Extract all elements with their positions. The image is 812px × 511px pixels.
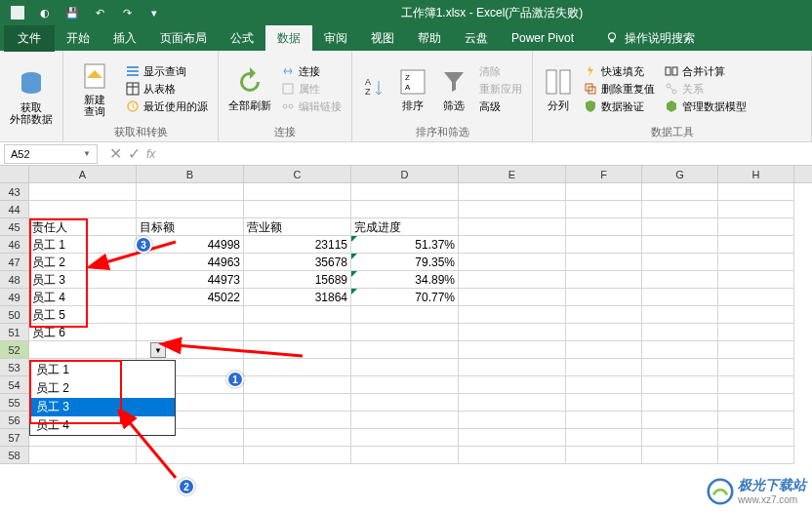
- cell[interactable]: [566, 289, 642, 306]
- cell[interactable]: [351, 376, 459, 394]
- cell[interactable]: [566, 183, 642, 201]
- cell[interactable]: [718, 271, 794, 289]
- cell[interactable]: [137, 201, 244, 218]
- cell[interactable]: 44998: [137, 236, 244, 254]
- redo-icon[interactable]: ↷: [117, 3, 137, 22]
- cell[interactable]: [351, 359, 459, 376]
- row-header[interactable]: 52: [0, 341, 29, 359]
- cell[interactable]: [29, 341, 137, 359]
- cell[interactable]: [642, 394, 718, 412]
- connections-button[interactable]: 连接: [279, 63, 344, 80]
- excel-icon[interactable]: [8, 3, 27, 22]
- data-validation-button[interactable]: 数据验证: [582, 98, 657, 115]
- cell[interactable]: [718, 218, 794, 236]
- row-header[interactable]: 48: [0, 271, 29, 289]
- cell[interactable]: [642, 447, 718, 464]
- cell[interactable]: [642, 183, 718, 201]
- cell[interactable]: [566, 412, 642, 429]
- cell[interactable]: 员工 4: [29, 289, 137, 306]
- qat-more-icon[interactable]: ▾: [144, 3, 164, 22]
- cell[interactable]: [718, 236, 794, 254]
- cell[interactable]: [244, 359, 351, 376]
- cell[interactable]: [718, 359, 794, 376]
- row-header[interactable]: 51: [0, 324, 29, 341]
- tab-insert[interactable]: 插入: [102, 25, 148, 52]
- row-header[interactable]: 58: [0, 447, 29, 464]
- cell[interactable]: [137, 306, 244, 324]
- cell[interactable]: [351, 201, 459, 218]
- clear-filter-button[interactable]: 清除: [477, 63, 524, 80]
- tab-layout[interactable]: 页面布局: [148, 25, 219, 52]
- relationships-button[interactable]: 关系: [663, 81, 749, 98]
- cell[interactable]: 34.89%: [351, 271, 459, 289]
- cell[interactable]: [459, 376, 566, 394]
- cell[interactable]: [642, 254, 718, 271]
- cell[interactable]: [244, 201, 351, 218]
- tab-powerpivot[interactable]: Power Pivot: [500, 26, 586, 50]
- col-header-D[interactable]: D: [351, 166, 459, 182]
- cell[interactable]: [718, 254, 794, 271]
- cell[interactable]: [642, 236, 718, 254]
- get-external-data-button[interactable]: 获取 外部数据: [8, 55, 55, 138]
- cell[interactable]: [29, 201, 137, 218]
- cell[interactable]: 员工 6: [29, 324, 137, 341]
- cell[interactable]: [566, 341, 642, 359]
- cell[interactable]: [244, 412, 351, 429]
- cell[interactable]: [642, 324, 718, 341]
- cell[interactable]: [642, 341, 718, 359]
- cell[interactable]: [459, 324, 566, 341]
- cell[interactable]: [29, 183, 137, 201]
- text-to-columns-button[interactable]: 分列: [541, 55, 576, 123]
- cell[interactable]: [642, 271, 718, 289]
- tell-me-search[interactable]: 操作说明搜索: [605, 30, 695, 47]
- col-header-B[interactable]: B: [137, 166, 244, 182]
- row-header[interactable]: 43: [0, 183, 29, 201]
- cell[interactable]: [566, 376, 642, 394]
- cancel-icon[interactable]: ✕: [109, 144, 122, 163]
- sort-az-button[interactable]: AZ: [360, 55, 389, 123]
- cell[interactable]: [351, 324, 459, 341]
- recent-sources-button[interactable]: 最近使用的源: [124, 98, 210, 115]
- tab-formulas[interactable]: 公式: [219, 25, 265, 52]
- row-header[interactable]: 50: [0, 306, 29, 324]
- cell[interactable]: [642, 376, 718, 394]
- cell[interactable]: 营业额: [244, 218, 351, 236]
- show-queries-button[interactable]: 显示查询: [124, 63, 210, 80]
- cell[interactable]: [351, 412, 459, 429]
- row-header[interactable]: 47: [0, 254, 29, 271]
- cell[interactable]: [244, 341, 351, 359]
- sort-button[interactable]: ZA排序: [395, 55, 430, 123]
- cell[interactable]: [566, 429, 642, 447]
- edit-links-button[interactable]: 编辑链接: [279, 98, 344, 115]
- cell[interactable]: [459, 271, 566, 289]
- cell[interactable]: 员工 1: [29, 236, 137, 254]
- cell[interactable]: [718, 412, 794, 429]
- cell[interactable]: 目标额: [137, 218, 244, 236]
- dropdown-item-1[interactable]: 员工 2: [30, 379, 175, 398]
- cell[interactable]: [642, 306, 718, 324]
- cell[interactable]: [718, 447, 794, 464]
- cell[interactable]: [566, 394, 642, 412]
- chevron-down-icon[interactable]: ▼: [83, 149, 91, 158]
- row-header[interactable]: 56: [0, 412, 29, 429]
- row-header[interactable]: 55: [0, 394, 29, 412]
- cell[interactable]: [566, 254, 642, 271]
- cell[interactable]: [566, 236, 642, 254]
- cell[interactable]: [137, 447, 244, 464]
- cell[interactable]: [718, 183, 794, 201]
- row-header[interactable]: 57: [0, 429, 29, 447]
- cell[interactable]: [566, 324, 642, 341]
- cell[interactable]: [244, 429, 351, 447]
- cell[interactable]: [137, 183, 244, 201]
- row-header[interactable]: 54: [0, 376, 29, 394]
- cell[interactable]: [459, 218, 566, 236]
- cell[interactable]: [244, 376, 351, 394]
- cell[interactable]: 31864: [244, 289, 351, 306]
- cell[interactable]: [29, 447, 137, 464]
- cell[interactable]: [642, 201, 718, 218]
- filter-button[interactable]: 筛选: [436, 55, 471, 123]
- tab-view[interactable]: 视图: [359, 25, 406, 52]
- cell[interactable]: [244, 183, 351, 201]
- cell[interactable]: [566, 447, 642, 464]
- cell[interactable]: [351, 447, 459, 464]
